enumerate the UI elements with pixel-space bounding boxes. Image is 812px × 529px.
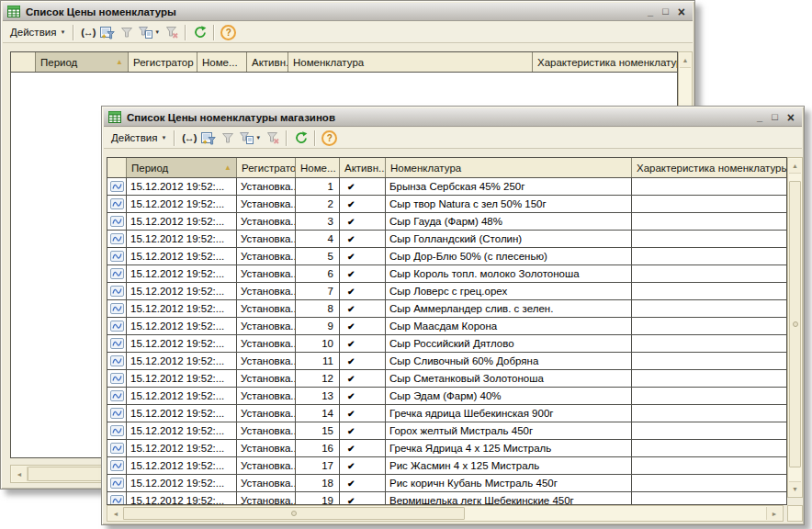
scroll-left-button[interactable]: ◄: [12, 467, 28, 481]
cell-line-number[interactable]: 16: [296, 440, 340, 456]
horizontal-scrollbar[interactable]: ◄ ►: [107, 505, 784, 522]
cell-nomenclature[interactable]: Сыр Дор-Блю 50% (с плесенью): [386, 248, 632, 264]
cell-characteristic[interactable]: [632, 196, 786, 212]
cell-registrar[interactable]: Установка...: [237, 265, 296, 282]
cell-nomenclature[interactable]: Гречка ядрица Шебекинская 900г: [386, 405, 632, 422]
record-icon-cell[interactable]: [107, 388, 127, 404]
cell-active-checkmark[interactable]: ✔: [340, 370, 386, 387]
column-header-active[interactable]: Активн...: [247, 52, 288, 72]
cell-registrar[interactable]: Установка...: [237, 353, 296, 369]
cell-active-checkmark[interactable]: ✔: [340, 492, 386, 505]
refresh-button[interactable]: [291, 129, 310, 147]
cell-active-checkmark[interactable]: ✔: [340, 213, 386, 230]
cell-registrar[interactable]: Установка...: [237, 388, 296, 404]
cell-period[interactable]: 15.12.2012 19:52:...: [127, 300, 237, 317]
cell-registrar[interactable]: Установка...: [237, 178, 296, 195]
scroll-up-button[interactable]: ▲: [789, 159, 801, 174]
cell-active-checkmark[interactable]: ✔: [340, 475, 386, 491]
column-header-icon[interactable]: [107, 158, 127, 177]
cell-nomenclature[interactable]: Рис коричн Кубань Мистраль 450г: [386, 475, 632, 491]
cell-registrar[interactable]: Установка...: [237, 283, 296, 299]
help-button[interactable]: ?: [320, 129, 339, 147]
table-row[interactable]: 15.12.2012 19:52:... Установка... 4 ✔ Сы…: [107, 231, 786, 248]
column-header-registrar[interactable]: Регистратор: [237, 158, 296, 177]
table-row[interactable]: 15.12.2012 19:52:... Установка... 9 ✔ Сы…: [107, 318, 786, 335]
filter-and-sort-button[interactable]: [198, 129, 218, 147]
cell-registrar[interactable]: Установка...: [237, 475, 296, 491]
record-icon-cell[interactable]: [107, 300, 127, 317]
table-row[interactable]: 15.12.2012 19:52:... Установка... 5 ✔ Сы…: [107, 248, 786, 265]
scrollbar-thumb[interactable]: [123, 507, 465, 520]
record-icon-cell[interactable]: [107, 178, 127, 195]
record-icon-cell[interactable]: [107, 457, 127, 474]
cell-line-number[interactable]: 4: [296, 231, 340, 247]
cell-period[interactable]: 15.12.2012 19:52:...: [127, 318, 237, 334]
cell-nomenclature[interactable]: Сыр Эдам (Фарм) 40%: [386, 388, 632, 404]
cell-active-checkmark[interactable]: ✔: [340, 457, 386, 474]
cell-line-number[interactable]: 17: [296, 457, 340, 474]
table-row[interactable]: 15.12.2012 19:52:... Установка... 14 ✔ Г…: [107, 405, 786, 422]
cell-characteristic[interactable]: [632, 405, 786, 422]
cell-line-number[interactable]: 13: [296, 388, 340, 404]
cell-line-number[interactable]: 7: [296, 283, 340, 299]
cell-nomenclature[interactable]: Сыр твор Natura с зел 50% 150г: [386, 196, 632, 212]
column-header-period[interactable]: Период ▲: [127, 158, 237, 177]
cell-registrar[interactable]: Установка...: [237, 370, 296, 387]
cell-period[interactable]: 15.12.2012 19:52:...: [127, 335, 237, 352]
cell-characteristic[interactable]: [632, 178, 786, 195]
column-header-line-number[interactable]: Номе...: [197, 52, 247, 72]
column-header-characteristic[interactable]: Характеристика номенклатур: [533, 52, 677, 72]
close-button[interactable]: ×: [678, 6, 685, 18]
cell-characteristic[interactable]: [632, 353, 786, 369]
cell-nomenclature[interactable]: Горох желтый Мистраль 450г: [386, 422, 632, 439]
table-row[interactable]: 15.12.2012 19:52:... Установка... 1 ✔ Бр…: [107, 178, 786, 196]
filter-by-value-button[interactable]: [218, 129, 237, 147]
cell-characteristic[interactable]: [632, 300, 786, 317]
record-icon-cell[interactable]: [107, 248, 127, 264]
cell-line-number[interactable]: 5: [296, 248, 340, 264]
cell-line-number[interactable]: 3: [296, 213, 340, 230]
cell-characteristic[interactable]: [632, 248, 786, 264]
table-row[interactable]: 15.12.2012 19:52:... Установка... 3 ✔ Сы…: [107, 213, 786, 231]
column-header-active[interactable]: Активн...: [340, 158, 386, 177]
clear-filter-button[interactable]: [263, 129, 282, 147]
record-icon-cell[interactable]: [107, 370, 127, 387]
cell-active-checkmark[interactable]: ✔: [340, 388, 386, 404]
cell-nomenclature[interactable]: Сыр Ловерс с грец.орех: [386, 283, 632, 299]
cell-characteristic[interactable]: [632, 370, 786, 387]
cell-registrar[interactable]: Установка...: [237, 405, 296, 422]
cell-registrar[interactable]: Установка...: [237, 248, 296, 264]
minimize-button[interactable]: _: [757, 112, 762, 122]
cell-active-checkmark[interactable]: ✔: [340, 422, 386, 439]
record-icon-cell[interactable]: [107, 440, 127, 456]
cell-characteristic[interactable]: [632, 318, 786, 334]
record-icon-cell[interactable]: [107, 475, 127, 491]
cell-characteristic[interactable]: [632, 231, 786, 247]
title-bar[interactable]: Список Цены номенклатуры магазинов _ □ ×: [104, 108, 802, 127]
cell-line-number[interactable]: 19: [296, 492, 340, 505]
cell-period[interactable]: 15.12.2012 19:52:...: [127, 475, 237, 491]
refresh-button[interactable]: [190, 23, 209, 41]
record-icon-cell[interactable]: [107, 353, 127, 369]
column-header-line-number[interactable]: Номе...: [296, 158, 340, 177]
maximize-button[interactable]: □: [772, 112, 778, 122]
table-body[interactable]: 15.12.2012 19:52:... Установка... 1 ✔ Бр…: [107, 178, 786, 505]
cell-registrar[interactable]: Установка...: [237, 213, 296, 230]
cell-active-checkmark[interactable]: ✔: [340, 335, 386, 352]
record-icon-cell[interactable]: [107, 196, 127, 212]
cell-characteristic[interactable]: [632, 265, 786, 282]
column-header-nomenclature[interactable]: Номенклатура: [386, 158, 632, 177]
scroll-right-button[interactable]: ►: [766, 507, 782, 520]
vertical-scrollbar[interactable]: ▲ ▼: [787, 157, 803, 498]
record-icon-cell[interactable]: [107, 492, 127, 505]
table-row[interactable]: 15.12.2012 19:52:... Установка... 8 ✔ Сы…: [107, 300, 786, 318]
table-row[interactable]: 15.12.2012 19:52:... Установка... 11 ✔ С…: [107, 353, 786, 370]
table-row[interactable]: 15.12.2012 19:52:... Установка... 15 ✔ Г…: [107, 422, 786, 440]
cell-period[interactable]: 15.12.2012 19:52:...: [127, 457, 237, 474]
column-header-period[interactable]: Период ▲: [36, 52, 129, 72]
cell-nomenclature[interactable]: Сыр Российский Дятлово: [386, 335, 632, 352]
close-button[interactable]: ×: [787, 111, 795, 124]
clear-filter-button[interactable]: [162, 23, 181, 41]
table-row[interactable]: 15.12.2012 19:52:... Установка... 16 ✔ Г…: [107, 440, 786, 457]
cell-characteristic[interactable]: [632, 492, 786, 505]
